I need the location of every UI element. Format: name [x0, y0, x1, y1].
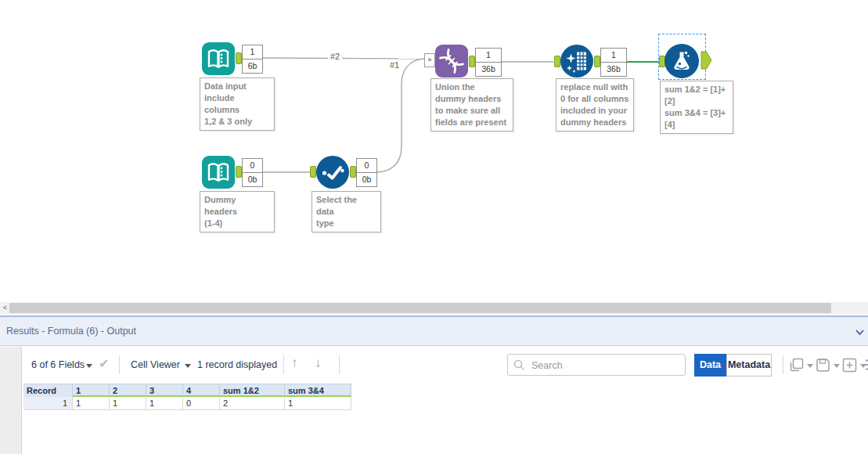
- record-count: 1: [476, 49, 501, 63]
- chevron-down-icon[interactable]: [834, 364, 840, 368]
- record-count: 0: [243, 159, 262, 173]
- record-count: 1: [601, 49, 626, 63]
- annotation-select[interactable]: Select the data type: [312, 191, 381, 232]
- table-row: 1111021: [23, 397, 351, 410]
- toolbar-separator: [339, 355, 340, 374]
- formula-icon: [665, 44, 699, 78]
- select-icon: [316, 156, 349, 189]
- input-anchor[interactable]: [310, 166, 316, 178]
- new-window-icon[interactable]: [842, 358, 857, 373]
- output-anchor[interactable]: [469, 56, 475, 67]
- data-size: 36b: [601, 63, 626, 76]
- save-icon[interactable]: [816, 358, 830, 373]
- results-panel-header[interactable]: Results - Formula (6) - Output: [0, 315, 868, 346]
- column-header[interactable]: 1: [73, 384, 110, 397]
- table-header-row: Record1234sum 1&2sum 3&4: [23, 384, 351, 397]
- results-left-toolbar: Σ: [0, 347, 22, 454]
- toolbar-separator: [283, 355, 284, 374]
- union-input-anchor[interactable]: »: [424, 53, 435, 67]
- annotation-union[interactable]: Union the dummy headers to make sure all…: [430, 78, 513, 132]
- chevron-down-icon[interactable]: [807, 364, 813, 368]
- metadata-tab-button[interactable]: Metadata: [726, 354, 772, 377]
- record-count: 0: [357, 159, 376, 173]
- data-size: 6b: [243, 59, 262, 73]
- connection-label-1: #1: [387, 60, 402, 70]
- alteryx-designer-window: #2 #1 1 6b Data input include columns 1,…: [0, 0, 868, 454]
- search-icon: [513, 359, 525, 371]
- record-number-cell[interactable]: 1: [23, 397, 73, 410]
- fields-summary-dropdown[interactable]: 6 of 6 Fields: [31, 359, 85, 370]
- records-displayed-label: 1 record displayed: [197, 359, 277, 370]
- data-cell[interactable]: 0: [183, 397, 220, 410]
- connection-label-2: #2: [328, 52, 342, 61]
- text-input-icon: [202, 42, 235, 75]
- output-anchor[interactable]: [236, 166, 242, 178]
- column-header[interactable]: sum 1&2: [220, 384, 285, 397]
- check-icon[interactable]: ✔: [99, 356, 109, 371]
- record-count-badge: 1 6b: [242, 45, 263, 74]
- workflow-canvas[interactable]: #2 #1 1 6b Data input include columns 1,…: [0, 0, 868, 302]
- toolbar-separator: [783, 355, 783, 374]
- record-count-badge: 1 36b: [600, 48, 627, 77]
- tool-text-input-1[interactable]: [202, 42, 235, 75]
- record-count-badge: 1 36b: [475, 48, 502, 77]
- data-cell[interactable]: 1: [73, 397, 110, 410]
- record-count-badge: 0 0b: [242, 158, 263, 187]
- results-panel-title: Results - Formula (6) - Output: [6, 326, 136, 337]
- data-cell[interactable]: 1: [285, 397, 351, 410]
- tool-union[interactable]: [435, 45, 468, 77]
- canvas-horizontal-scrollbar[interactable]: <: [0, 302, 868, 314]
- data-size: 0b: [243, 173, 262, 186]
- table-body: 1111021: [23, 397, 351, 410]
- scroll-left-arrow-icon[interactable]: <: [1, 302, 9, 314]
- output-anchor[interactable]: [236, 52, 242, 64]
- output-anchor[interactable]: [350, 166, 356, 178]
- data-size: 0b: [357, 173, 376, 186]
- scrollbar-thumb[interactable]: [9, 303, 831, 313]
- arrow-up-icon[interactable]: ↑: [291, 355, 298, 371]
- tool-formula[interactable]: [665, 44, 699, 78]
- data-cleansing-icon: [560, 45, 593, 77]
- formula-output-arrow[interactable]: [701, 51, 712, 70]
- chevron-down-icon[interactable]: [185, 364, 191, 368]
- text-input-icon: [202, 156, 235, 189]
- search-input[interactable]: [530, 356, 682, 375]
- annotation-data-cleansing[interactable]: replace null with 0 for all columns incl…: [556, 78, 634, 132]
- search-field[interactable]: [507, 354, 686, 376]
- arrow-down-icon[interactable]: ↓: [315, 355, 322, 371]
- column-header[interactable]: sum 3&4: [285, 384, 351, 397]
- annotation-text-input-1[interactable]: Data input include columns 1,2 & 3 only: [200, 77, 275, 131]
- data-cell[interactable]: 1: [146, 397, 183, 410]
- annotation-text-input-2[interactable]: Dummy headers (1-4): [200, 191, 275, 232]
- column-header[interactable]: 2: [110, 384, 146, 397]
- record-count: 1: [243, 45, 262, 59]
- column-header[interactable]: 3: [146, 384, 183, 397]
- input-anchor[interactable]: [554, 56, 560, 67]
- union-icon: [435, 45, 468, 77]
- data-tab-button[interactable]: Data: [694, 354, 726, 377]
- tool-select[interactable]: [316, 156, 349, 189]
- record-count-badge: 0 0b: [356, 158, 377, 187]
- annotation-formula[interactable]: sum 1&2 = [1]+ [2] sum 3&4 = [3]+ [4]: [660, 81, 733, 134]
- cell-viewer-dropdown[interactable]: Cell Viewer: [131, 359, 180, 370]
- column-header[interactable]: Record: [23, 384, 73, 397]
- data-cell[interactable]: 2: [220, 397, 285, 410]
- toolbar-separator: [119, 355, 120, 374]
- chevron-down-icon[interactable]: [86, 364, 92, 368]
- column-header[interactable]: 4: [183, 384, 220, 397]
- tool-data-cleansing[interactable]: [560, 45, 593, 77]
- output-anchor[interactable]: [594, 56, 600, 67]
- data-size: 36b: [476, 63, 501, 76]
- data-cell[interactable]: 1: [110, 397, 146, 410]
- collapse-chevron-icon[interactable]: [855, 329, 865, 337]
- tool-text-input-2[interactable]: [202, 156, 235, 189]
- copy-icon[interactable]: [789, 358, 804, 373]
- connection-wires: [0, 0, 868, 302]
- results-table: Record1234sum 1&2sum 3&4 1111021: [23, 384, 351, 410]
